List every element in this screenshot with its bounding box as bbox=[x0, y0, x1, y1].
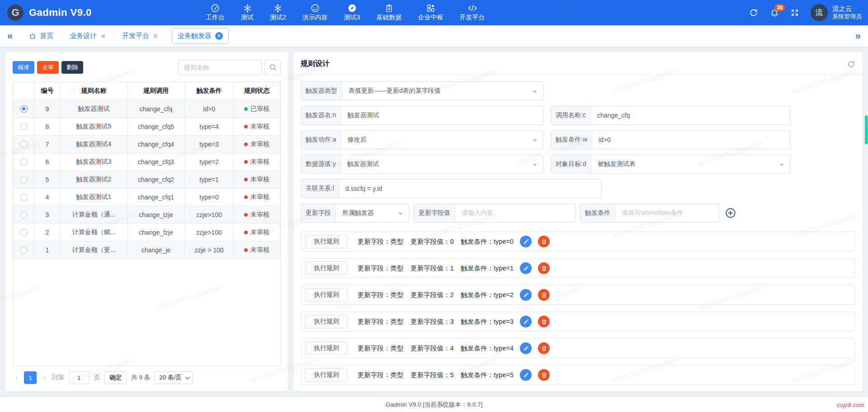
delete-rule-button[interactable] bbox=[538, 262, 550, 274]
add-rule-plus-icon[interactable] bbox=[725, 207, 736, 219]
close-icon[interactable]: ✕ bbox=[153, 33, 158, 40]
page-size-select[interactable]: 20 条/页 bbox=[155, 371, 193, 384]
toolbar-button[interactable]: 去审 bbox=[37, 61, 59, 74]
delete-rule-button[interactable] bbox=[538, 369, 550, 381]
trigger-type-select[interactable]: 触发器类型 表值更新——更新d表的某字段值 bbox=[301, 81, 543, 100]
refresh-icon[interactable] bbox=[749, 8, 758, 17]
target-object-select[interactable]: 对象目标:d 被触发测试表 bbox=[551, 155, 790, 174]
edit-rule-button[interactable] bbox=[520, 342, 532, 354]
edit-rule-button[interactable] bbox=[520, 262, 532, 274]
row-radio[interactable] bbox=[20, 123, 28, 130]
edit-rule-button[interactable] bbox=[520, 369, 532, 381]
nav-item[interactable]: 测试 bbox=[241, 4, 254, 22]
status-dot-icon bbox=[244, 195, 248, 199]
tab[interactable]: 业务设计 ✕ bbox=[70, 32, 106, 40]
tabs-overflow-right-icon[interactable]: » bbox=[855, 31, 861, 41]
trigger-name-field[interactable]: 触发器名:n 触发器测试 bbox=[301, 106, 543, 125]
footer-site-link[interactable]: cojz8.com bbox=[837, 402, 864, 408]
exec-rule-row: 执行规则 更新字段：类型 更新字段值：5 触发条件：type=5 bbox=[301, 365, 855, 385]
exec-rule-label: 执行规则 bbox=[305, 315, 348, 328]
row-radio[interactable] bbox=[20, 246, 28, 254]
page-number-current[interactable]: 1 bbox=[24, 371, 37, 384]
row-radio[interactable] bbox=[20, 105, 28, 113]
edit-rule-button[interactable] bbox=[520, 316, 532, 327]
table-row[interactable]: 7 触发器测试4 change_cfq4 type=3 未审核 bbox=[14, 135, 280, 153]
nav-item[interactable]: 测试3 bbox=[344, 4, 360, 22]
panel-refresh-icon[interactable] bbox=[847, 60, 855, 68]
update-value-input[interactable]: 更新字段值 请输入内容 bbox=[414, 204, 576, 223]
nav-item[interactable]: 基础数据 bbox=[377, 4, 402, 22]
rule-form: 触发器类型 表值更新——更新d表的某字段值 触发器名:n 触发器测试 调用名称:… bbox=[301, 81, 855, 223]
toolbar-button[interactable]: 核准 bbox=[13, 61, 34, 74]
status-badge: 未审核 bbox=[234, 193, 280, 201]
table-row[interactable]: 5 触发器测试2 change_cfq2 type=1 未审核 bbox=[14, 170, 280, 188]
exec-rule-label: 执行规则 bbox=[305, 288, 348, 302]
toolbar-button[interactable]: 删除 bbox=[61, 61, 83, 74]
trigger-action-select[interactable]: 触发动作:a 修改后 bbox=[301, 130, 543, 149]
table-header-row: 编号 规则名称 规则调用 触发条件 规则状态 bbox=[14, 82, 280, 100]
rule-value-value: 2 bbox=[450, 291, 454, 298]
row-radio[interactable] bbox=[20, 176, 28, 183]
field-label: 数据源值:y bbox=[301, 155, 341, 173]
scrollbar-thumb[interactable] bbox=[865, 115, 868, 144]
edit-rule-button[interactable] bbox=[520, 289, 532, 301]
edit-rule-button[interactable] bbox=[520, 236, 532, 247]
row-radio[interactable] bbox=[20, 211, 28, 218]
goto-page-input[interactable] bbox=[69, 371, 90, 384]
exec-rule-text: 更新字段：类型 更新字段值：5 触发条件：type=5 bbox=[358, 371, 514, 379]
close-icon[interactable]: ✕ bbox=[100, 33, 106, 40]
table-row[interactable]: 8 触发器测试5 change_cfq5 type=4 未审核 bbox=[14, 118, 280, 135]
collapse-left-icon[interactable]: « bbox=[7, 31, 13, 41]
search-input[interactable] bbox=[178, 60, 262, 75]
tab[interactable]: 开发平台 ✕ bbox=[122, 32, 158, 40]
nav-item[interactable]: 测试2 bbox=[270, 4, 286, 22]
trigger-condition-field[interactable]: 触发条件:w id>0 bbox=[551, 130, 790, 149]
rule-field-label: 更新字段： bbox=[358, 238, 391, 245]
table-row[interactable]: 3 计算金额（通... change_tzje zzje>100 未审核 bbox=[14, 206, 280, 223]
tab-active[interactable]: 业务触发器 ✕ bbox=[172, 28, 229, 44]
close-icon[interactable]: ✕ bbox=[215, 32, 223, 40]
status-dot-icon bbox=[244, 107, 248, 111]
relation-field[interactable]: 关联关系:l d.sscfq = y.id bbox=[301, 179, 602, 198]
update-field-select[interactable]: 更新字段 所属触发器 bbox=[301, 204, 409, 223]
delete-rule-button[interactable] bbox=[538, 236, 550, 247]
notifications-bell-icon[interactable]: 38 bbox=[770, 8, 779, 17]
table-row[interactable]: 6 触发器测试3 change_cfq3 type=2 未审核 bbox=[14, 153, 280, 170]
prev-page-icon[interactable]: ‹ bbox=[14, 374, 19, 382]
delete-rule-button[interactable] bbox=[538, 316, 550, 327]
delete-rule-button[interactable] bbox=[538, 289, 550, 301]
row-radio[interactable] bbox=[20, 141, 28, 148]
table-row[interactable]: 9 触发器测试 change_cfq id>0 已审核 bbox=[14, 100, 280, 118]
exec-rule-label: 执行规则 bbox=[305, 341, 348, 355]
table-row[interactable]: 1 计算金额（更... change_je zzje > 100 未审核 bbox=[14, 241, 280, 259]
tab-home[interactable]: 首页 bbox=[29, 32, 53, 40]
nav-item[interactable]: 开发平台 bbox=[460, 4, 485, 22]
data-source-select[interactable]: 数据源值:y 触发器测试 bbox=[301, 155, 543, 174]
fullscreen-icon[interactable] bbox=[791, 9, 799, 17]
user-menu[interactable]: 流 流之云 系统管理员 bbox=[811, 4, 862, 21]
nav-item[interactable]: 工作台 bbox=[206, 4, 225, 22]
next-page-icon[interactable]: › bbox=[41, 374, 47, 382]
row-radio[interactable] bbox=[20, 194, 28, 201]
field-label: 触发条件 bbox=[580, 204, 615, 222]
where-raw-input[interactable]: 触发条件 请填写whereRaw条件 bbox=[580, 204, 719, 223]
cell-rule-call: change_je bbox=[127, 241, 185, 259]
field-label: 更新字段值 bbox=[414, 204, 455, 222]
delete-rule-button[interactable] bbox=[538, 342, 550, 354]
table-row[interactable]: 2 计算金额（赋... change_fzje zzje>100 未审核 bbox=[14, 223, 280, 241]
search-button[interactable] bbox=[264, 60, 281, 75]
table-row[interactable]: 4 触发器测试1 change_cfq1 type=0 未审核 bbox=[14, 188, 280, 206]
nav-item-label: 演示内容 bbox=[302, 14, 328, 22]
row-radio[interactable] bbox=[20, 158, 28, 166]
nav-item[interactable]: 企业中枢 bbox=[418, 4, 443, 22]
nav-item[interactable]: 演示内容 bbox=[302, 4, 328, 22]
blocks-icon bbox=[426, 4, 435, 13]
scrollbar-track[interactable] bbox=[864, 47, 868, 397]
call-name-field[interactable]: 调用名称:c change_cfq bbox=[551, 106, 790, 125]
goto-confirm-button[interactable]: 确定 bbox=[104, 371, 127, 384]
exec-rule-row: 执行规则 更新字段：类型 更新字段值：3 触发条件：type=3 bbox=[301, 312, 855, 331]
row-radio[interactable] bbox=[20, 229, 28, 236]
exec-rule-row: 执行规则 更新字段：类型 更新字段值：2 触发条件：type=2 bbox=[301, 285, 855, 305]
field-value: d.sscfq = y.id bbox=[339, 180, 601, 198]
chevron-down-icon bbox=[185, 375, 190, 379]
